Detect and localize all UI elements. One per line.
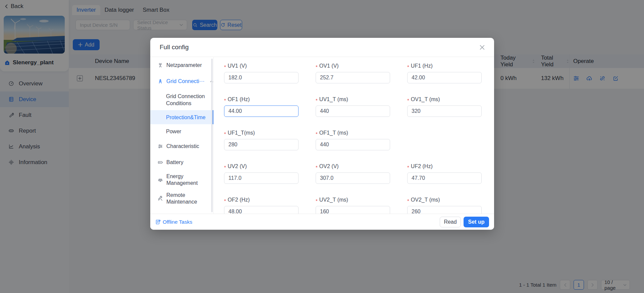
config-form: *UV1 (V) *OV1 (V) *UF1 (Hz) *OF1 (Hz) [214, 57, 494, 214]
nav-label: Remote Maintenance [166, 192, 204, 205]
read-button[interactable]: Read [440, 217, 461, 227]
close-icon[interactable] [480, 45, 485, 50]
required-asterisk: * [316, 131, 318, 137]
field-input[interactable] [224, 172, 299, 184]
field-input[interactable] [224, 72, 299, 83]
nav-label: Energy Management [166, 173, 204, 187]
required-asterisk: * [407, 64, 409, 70]
required-asterisk: * [224, 164, 226, 170]
field-input-focused[interactable] [224, 105, 299, 117]
required-asterisk: * [407, 164, 409, 170]
field-label: *OF1_T (ms) [316, 130, 390, 136]
form-field: *UF2 (Hz) [407, 163, 482, 184]
antenna-icon [158, 63, 163, 68]
field-input[interactable] [407, 206, 482, 214]
field-input[interactable] [224, 139, 299, 150]
nav-scrollbar[interactable] [211, 59, 213, 212]
form-field: *UV2_T (ms) [316, 197, 390, 214]
form-field: *OF2 (Hz) [224, 197, 299, 214]
field-label: *UF2 (Hz) [407, 163, 482, 170]
form-field: *OV1_T (ms) [407, 96, 482, 117]
field-label: *UV1 (V) [224, 63, 299, 69]
form-field-empty [407, 130, 482, 150]
nav-item-netzparameter[interactable]: Netzparameter [150, 57, 213, 73]
form-field: *OV1 (V) [316, 63, 390, 83]
required-asterisk: * [316, 97, 318, 103]
modal-footer: Offline Tasks Read Set up [150, 214, 494, 230]
config-nav: Netzparameter Grid Connecti··· Grid Conn… [150, 57, 214, 214]
nav-label: Netzparameter [166, 62, 202, 68]
required-asterisk: * [316, 164, 318, 170]
solar-panel-icon [158, 177, 163, 182]
field-label: *OV2 (V) [316, 163, 390, 170]
field-label: *UF1 (Hz) [407, 63, 482, 69]
nav-item-power[interactable]: Power [150, 124, 213, 138]
nav-label: Grid Connecti··· [166, 78, 205, 84]
nav-item-battery[interactable]: Battery [150, 154, 213, 170]
nav-item-grid-connection-conditions[interactable]: Grid Connection Conditions [150, 89, 213, 110]
required-asterisk: * [407, 198, 409, 204]
form-field: *UV2 (V) [224, 163, 299, 184]
form-field: *UV1 (V) [224, 63, 299, 83]
offline-tasks-link[interactable]: Offline Tasks [155, 219, 192, 225]
required-asterisk: * [316, 198, 318, 204]
nav-label: Battery [166, 159, 183, 165]
modal-header: Full config [150, 38, 494, 57]
battery-icon [158, 160, 163, 165]
required-asterisk: * [407, 97, 409, 103]
nav-item-remote-maintenance[interactable]: Remote Maintenance [150, 189, 213, 208]
required-asterisk: * [224, 131, 226, 137]
field-input[interactable] [316, 105, 390, 117]
field-label: *OV1 (V) [316, 63, 390, 69]
required-asterisk: * [224, 64, 226, 70]
required-asterisk: * [224, 97, 226, 103]
field-input[interactable] [316, 172, 390, 184]
modal-body: Netzparameter Grid Connecti··· Grid Conn… [150, 57, 494, 214]
field-input[interactable] [316, 72, 390, 83]
form-field: *OF1_T (ms) [316, 130, 390, 150]
form-field: *OV2 (V) [316, 163, 390, 184]
field-input[interactable] [316, 139, 390, 150]
field-label: *OF1 (Hz) [224, 96, 299, 103]
form-field: *UV1_T (ms) [316, 96, 390, 117]
nav-item-grid-connection[interactable]: Grid Connecti··· [150, 73, 213, 89]
nav-item-energy-management[interactable]: Energy Management [150, 170, 213, 189]
form-field: *UF1 (Hz) [407, 63, 482, 83]
field-label: *OV1_T (ms) [407, 96, 482, 103]
field-label: *UV2 (V) [224, 163, 299, 170]
field-input[interactable] [316, 206, 390, 214]
form-field: *OV2_T (ms) [407, 197, 482, 214]
field-input[interactable] [407, 172, 482, 184]
setup-button[interactable]: Set up [464, 217, 489, 227]
field-input[interactable] [407, 72, 482, 83]
nav-item-characteristic[interactable]: Characteristic [150, 138, 213, 154]
page: Back [0, 0, 644, 293]
transmission-tower-icon [158, 79, 163, 84]
form-field: *UF1_T(ms) [224, 130, 299, 150]
field-label: *OV2_T (ms) [407, 197, 482, 203]
task-document-icon [155, 219, 161, 225]
nav-item-protection-time[interactable]: Protection&Time [150, 110, 213, 124]
field-label: *UV2_T (ms) [316, 197, 390, 203]
field-label: *UF1_T(ms) [224, 130, 299, 136]
required-asterisk: * [316, 64, 318, 70]
sliders-icon [158, 144, 163, 149]
field-label: *UV1_T (ms) [316, 96, 390, 103]
nav-label: Characteristic [166, 143, 199, 149]
field-input[interactable] [224, 206, 299, 214]
field-input[interactable] [407, 105, 482, 117]
form-field: *OF1 (Hz) [224, 96, 299, 117]
modal-title: Full config [160, 44, 189, 51]
tools-icon [158, 196, 163, 201]
field-label: *OF2 (Hz) [224, 197, 299, 203]
required-asterisk: * [224, 198, 226, 204]
full-config-modal: Full config Netzparameter Grid Connecti·… [150, 38, 494, 230]
